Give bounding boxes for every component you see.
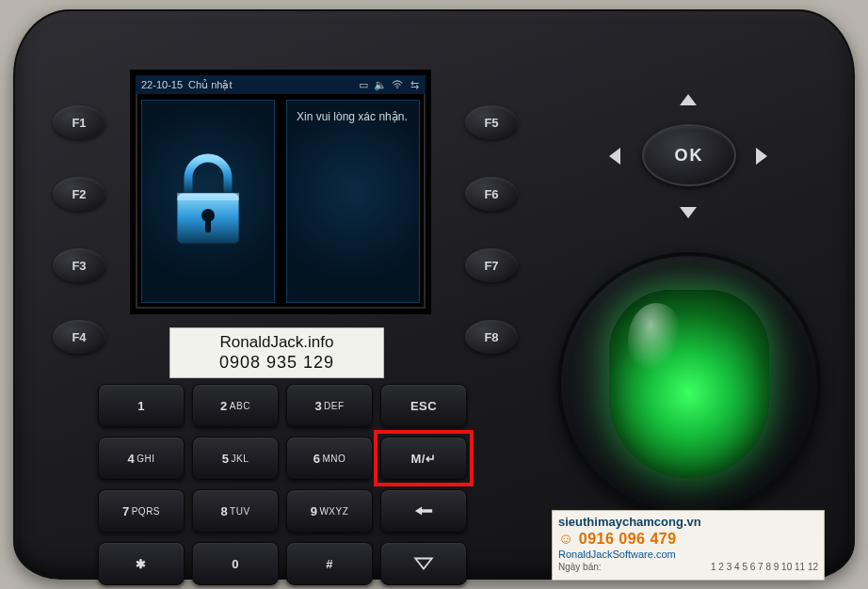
message-panel: Xin vui lòng xác nhận. bbox=[286, 100, 420, 303]
fingerprint-bezel bbox=[557, 252, 821, 516]
f6-button[interactable]: F6 bbox=[465, 177, 518, 211]
key-esc[interactable]: ESC bbox=[380, 384, 467, 427]
arrow-right-icon bbox=[754, 146, 769, 167]
f2-button[interactable]: F2 bbox=[53, 177, 105, 211]
card-icon: ▭ bbox=[358, 79, 369, 90]
f7-button[interactable]: F7 bbox=[465, 248, 518, 282]
function-keys-right: F5 F6 F7 F8 bbox=[465, 105, 518, 354]
warranty-phone: ☺ 0916 096 479 bbox=[558, 530, 818, 549]
time-attendance-terminal: F1 F2 F3 F4 F5 F6 F7 F8 22-10-15 Chủ nhậ… bbox=[13, 9, 855, 580]
lcd-screen: 22-10-15 Chủ nhật ▭ 🔈 ⇆ bbox=[130, 70, 431, 314]
key-8[interactable]: 8TUV bbox=[192, 489, 279, 533]
arrow-left-icon bbox=[413, 501, 434, 521]
key-7[interactable]: 7PQRS bbox=[98, 489, 185, 533]
vendor-phone: 0908 935 129 bbox=[176, 352, 378, 374]
status-date: 22-10-15 bbox=[141, 79, 183, 90]
key-down[interactable] bbox=[380, 542, 467, 585]
key-backspace[interactable] bbox=[380, 489, 467, 533]
key-hash[interactable]: # bbox=[286, 542, 373, 585]
warranty-site: sieuthimaychamcong.vn bbox=[558, 515, 818, 530]
key-menu[interactable]: M/↵ bbox=[380, 437, 467, 480]
key-4[interactable]: 4GHI bbox=[98, 437, 185, 480]
nav-down-button[interactable] bbox=[663, 194, 714, 231]
confirm-message: Xin vui lòng xác nhận. bbox=[297, 110, 408, 123]
navigation-pad: OK bbox=[571, 81, 806, 231]
key-1[interactable]: 1 bbox=[98, 384, 185, 427]
key-5[interactable]: 5JKL bbox=[192, 437, 279, 480]
nav-up-button[interactable] bbox=[663, 81, 714, 119]
nav-right-button[interactable] bbox=[736, 137, 787, 175]
warranty-software: RonaldJackSoftware.com bbox=[558, 549, 818, 562]
f5-button[interactable]: F5 bbox=[465, 105, 518, 139]
triangle-down-icon bbox=[413, 553, 434, 574]
key-3[interactable]: 3DEF bbox=[286, 384, 373, 427]
status-bar: 22-10-15 Chủ nhật ▭ 🔈 ⇆ bbox=[136, 75, 426, 94]
arrow-left-icon bbox=[607, 146, 622, 167]
key-star[interactable]: ✱ bbox=[98, 542, 185, 585]
svg-point-0 bbox=[396, 88, 398, 89]
key-6[interactable]: 6MNO bbox=[286, 437, 373, 480]
nav-left-button[interactable] bbox=[589, 137, 640, 175]
status-day: Chủ nhật bbox=[188, 79, 232, 91]
f8-button[interactable]: F8 bbox=[465, 320, 518, 354]
svg-rect-2 bbox=[177, 193, 239, 200]
vendor-site: RonaldJack.info bbox=[176, 332, 378, 352]
function-keys-left: F1 F2 F3 F4 bbox=[53, 105, 105, 354]
lock-panel bbox=[141, 100, 275, 303]
ok-button[interactable]: OK bbox=[642, 124, 736, 186]
arrow-up-icon bbox=[678, 92, 699, 107]
key-9[interactable]: 9WXYZ bbox=[286, 489, 373, 533]
lock-icon bbox=[166, 150, 250, 253]
arrow-down-icon bbox=[678, 205, 699, 220]
f3-button[interactable]: F3 bbox=[53, 248, 105, 282]
vendor-label: RonaldJack.info 0908 935 129 bbox=[169, 327, 384, 378]
f4-button[interactable]: F4 bbox=[53, 320, 105, 354]
numeric-keypad: 1 2ABC 3DEF ESC 4GHI 5JKL 6MNO M/↵ 7PQRS… bbox=[98, 384, 467, 585]
key-0[interactable]: 0 bbox=[192, 542, 279, 585]
fingerprint-sensor[interactable] bbox=[609, 290, 769, 478]
wifi-icon bbox=[392, 79, 403, 90]
warranty-label: sieuthimaychamcong.vn ☺ 0916 096 479 Ron… bbox=[552, 510, 825, 581]
svg-rect-4 bbox=[205, 217, 211, 232]
key-2[interactable]: 2ABC bbox=[192, 384, 279, 427]
sound-icon: 🔈 bbox=[375, 79, 386, 90]
network-icon: ⇆ bbox=[409, 79, 420, 90]
f1-button[interactable]: F1 bbox=[53, 105, 105, 139]
sold-date-label: Ngày bán: bbox=[558, 562, 602, 574]
months-row: 1 2 3 4 5 6 7 8 9 10 11 12 bbox=[711, 562, 818, 574]
